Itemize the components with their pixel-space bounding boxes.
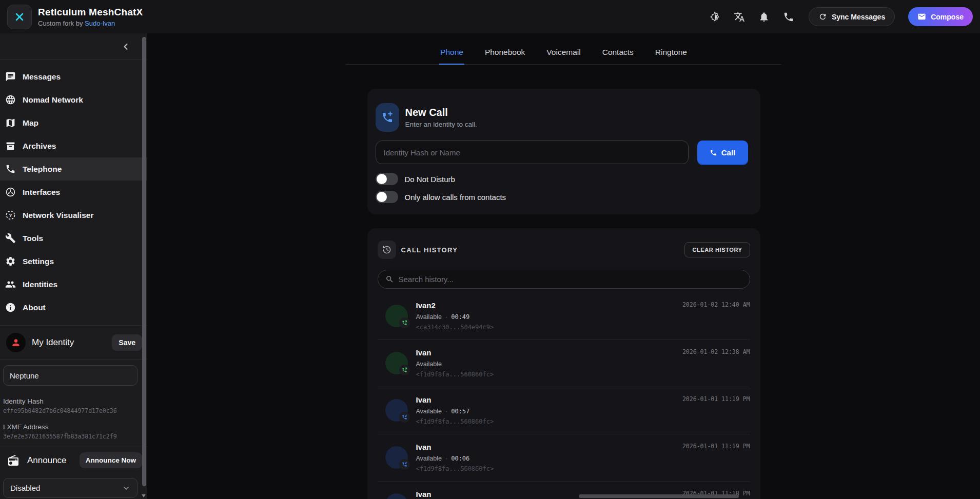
- globe-icon: [5, 94, 16, 105]
- announce-row: Announce Announce Now: [7, 452, 142, 468]
- search-icon: [385, 275, 394, 284]
- sidebar-item-settings[interactable]: Settings: [0, 250, 147, 273]
- main-content: PhonePhonebookVoicemailContactsRingtone …: [147, 33, 980, 499]
- refresh-icon: [818, 12, 827, 21]
- call-history-row[interactable]: Ivan Available · 00:06 <f1d9f8fa...56086…: [378, 434, 750, 482]
- x-logo-icon: [13, 10, 26, 24]
- separator-dot: ·: [445, 455, 447, 462]
- call-status-line: Available · 00:06: [416, 455, 494, 462]
- sidebar-item-identities[interactable]: Identities: [0, 273, 147, 296]
- history-search-input[interactable]: [399, 275, 742, 284]
- identity-hash-label: Identity Hash: [3, 397, 144, 405]
- call-status-line: Available ·: [416, 361, 494, 368]
- call-history-card: CALL HISTORY CLEAR HISTORY Ivan2 Availab…: [367, 228, 760, 499]
- caller-name: Ivan: [416, 395, 494, 404]
- new-call-input-row: Call: [376, 141, 748, 164]
- identity-name-input[interactable]: [3, 365, 138, 386]
- sidebar-item-about[interactable]: About: [0, 296, 147, 319]
- sidebar-item-interfaces[interactable]: Interfaces: [0, 181, 147, 204]
- do-not-disturb-toggle[interactable]: [376, 173, 398, 185]
- auto-announce-value: Disabled: [10, 484, 40, 492]
- app-logo: [7, 5, 32, 29]
- caller-name: Ivan: [416, 348, 494, 357]
- avatar: [385, 493, 408, 499]
- phone-icon: [5, 164, 16, 174]
- avatar: [385, 399, 408, 422]
- scroll-down-arrow-icon[interactable]: [142, 494, 146, 497]
- sidebar-item-map[interactable]: Map: [0, 111, 147, 134]
- identity-call-input[interactable]: [376, 141, 689, 164]
- call-history-row[interactable]: Ivan Available · <f1d9f8fa...560860fc> 2…: [378, 340, 750, 387]
- my-identity-row: My Identity Save: [6, 333, 142, 352]
- subtitle-prefix: Custom fork by: [38, 19, 85, 27]
- phone-outgoing-icon: [402, 320, 407, 326]
- auto-announce-select[interactable]: Disabled: [3, 478, 138, 498]
- new-call-title: New Call: [405, 107, 477, 118]
- phone-incoming-icon: [402, 462, 407, 467]
- save-button[interactable]: Save: [112, 334, 142, 351]
- lxmf-address-label: LXMF Address: [3, 423, 144, 431]
- phone-shortcut-icon[interactable]: [783, 11, 794, 23]
- fork-author-link[interactable]: Sudo-Ivan: [85, 19, 115, 27]
- sidebar-item-label: About: [23, 303, 46, 312]
- call-timestamp: 2026-01-01 11:19 PM: [682, 395, 750, 403]
- caller-hash: <f1d9f8fa...560860fc>: [416, 465, 494, 472]
- person-avatar: [385, 493, 408, 499]
- sync-messages-button[interactable]: Sync Messages: [809, 7, 895, 26]
- clear-history-button[interactable]: CLEAR HISTORY: [684, 242, 750, 257]
- call-history-row[interactable]: Ivan Available · 00:57 <f1d9f8fa...56086…: [378, 387, 750, 434]
- sidebar: Messages Nomad Network Map Archives Tele…: [0, 33, 147, 499]
- contacts-only-label: Only allow calls from contacts: [405, 193, 506, 202]
- netviz-icon: ?: [5, 210, 16, 221]
- call-info: Ivan Available · <f1d9f8fa...560860fc>: [416, 348, 494, 387]
- avatar: [385, 352, 408, 374]
- sidebar-item-label: Nomad Network: [23, 95, 83, 105]
- tab-voicemail[interactable]: Voicemail: [545, 43, 581, 65]
- horizontal-scrollbar[interactable]: [579, 494, 739, 498]
- call-history-header: CALL HISTORY CLEAR HISTORY: [378, 241, 750, 259]
- sidebar-item-label: Archives: [23, 142, 56, 151]
- notifications-icon[interactable]: [758, 11, 770, 23]
- sidebar-item-nomad-network[interactable]: Nomad Network: [0, 88, 147, 111]
- sidebar-item-label: Messages: [23, 72, 61, 82]
- new-call-titles: New Call Enter an identity to call.: [405, 107, 477, 128]
- sidebar-item-archives[interactable]: Archives: [0, 134, 147, 157]
- sidebar-item-tools[interactable]: Tools: [0, 227, 147, 250]
- announce-now-button[interactable]: Announce Now: [80, 452, 142, 468]
- sidebar-scrollbar[interactable]: [142, 37, 146, 486]
- my-identity-title: My Identity: [32, 337, 74, 348]
- wrench-icon: [5, 233, 16, 244]
- sidebar-header: [0, 33, 147, 60]
- tab-contacts[interactable]: Contacts: [601, 43, 635, 65]
- call-button[interactable]: Call: [697, 141, 748, 164]
- theme-toggle-icon[interactable]: [709, 11, 720, 23]
- tab-ringtone[interactable]: Ringtone: [654, 43, 688, 65]
- new-call-card: New Call Enter an identity to call. Call…: [367, 89, 760, 214]
- compose-button[interactable]: Compose: [908, 7, 973, 26]
- collapse-sidebar-icon[interactable]: [121, 42, 131, 52]
- sidebar-item-telephone[interactable]: Telephone: [0, 157, 147, 181]
- caller-hash: <f1d9f8fa...560860fc>: [416, 418, 494, 425]
- sidebar-item-messages[interactable]: Messages: [0, 65, 147, 88]
- interfaces-icon: [5, 187, 16, 197]
- tab-phonebook[interactable]: Phonebook: [484, 43, 526, 65]
- call-status-line: Available · 00:49: [416, 313, 494, 321]
- toggle-knob: [377, 192, 387, 202]
- people-icon: [5, 279, 16, 290]
- call-history-row[interactable]: Ivan2 Available · 00:49 <ca314c30...504e…: [378, 293, 750, 340]
- caller-name: Ivan: [416, 490, 470, 498]
- tab-phone[interactable]: Phone: [439, 43, 464, 65]
- sidebar-item-label: Tools: [23, 234, 43, 243]
- sidebar-item-label: Identities: [23, 280, 57, 289]
- call-history-list: Ivan2 Available · 00:49 <ca314c30...504e…: [378, 293, 750, 499]
- phone-incoming-icon: [402, 414, 407, 420]
- call-info: Ivan Available · 00:06: [416, 490, 470, 499]
- topbar: Reticulum MeshChatX Custom fork by Sudo-…: [0, 0, 980, 33]
- sidebar-item-network-visualiser[interactable]: ? Network Visualiser: [0, 204, 147, 227]
- call-info: Ivan Available · 00:57 <f1d9f8fa...56086…: [416, 395, 494, 434]
- translate-icon[interactable]: [734, 11, 745, 23]
- call-timestamp: 2026-01-01 11:19 PM: [682, 443, 750, 450]
- call-duration: 00:06: [451, 455, 469, 462]
- only-contacts-toggle[interactable]: [376, 191, 398, 203]
- call-history-title: CALL HISTORY: [401, 246, 458, 254]
